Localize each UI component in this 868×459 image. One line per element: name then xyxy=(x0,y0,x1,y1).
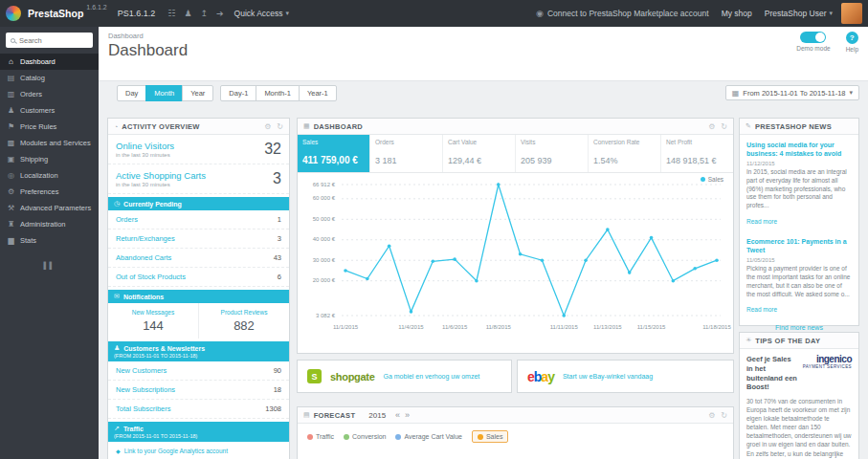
filter-month-button[interactable]: Month xyxy=(145,85,183,101)
dashboard-panel: ▦ DASHBOARD ⚙ ↻ Sales 411 759,00 € Order… xyxy=(297,118,734,354)
people-icon: ♟ xyxy=(114,344,120,352)
forecast-legend-sales[interactable]: Sales xyxy=(472,430,509,443)
panel-title: PRESTASHOP NEWS xyxy=(755,122,832,131)
product-reviews-cell[interactable]: Product Reviews 882 xyxy=(198,303,289,339)
abandoned-carts-link[interactable]: Abandoned Carts xyxy=(116,253,171,262)
metric-tab-conversion-rate[interactable]: Conversion Rate 1.54% xyxy=(589,135,661,172)
administration-icon: ♜ xyxy=(7,220,15,229)
sidebar-item-label: Shipping xyxy=(20,155,48,164)
shopgate-link[interactable]: Ga mobiel en verhoog uw omzet xyxy=(384,373,480,380)
filter-day-button[interactable]: Day xyxy=(117,85,146,101)
ebay-module-ad: ebay Start uw eBay-winkel vandaag xyxy=(517,360,734,393)
read-more-link[interactable]: Read more xyxy=(746,218,777,225)
sidebar-item-orders[interactable]: ▥ Orders xyxy=(0,86,99,102)
metric-tab-net-profit[interactable]: Net Profit 148 918,51 € xyxy=(661,135,733,172)
sidebar-item-price-rules[interactable]: ⚑ Price Rules xyxy=(0,119,99,135)
news-panel-icon: ✎ xyxy=(746,122,751,130)
returns-value: 3 xyxy=(278,234,281,243)
sidebar-item-shipping[interactable]: ▣ Shipping xyxy=(0,151,99,167)
shop-name[interactable]: PS1.6.1.2 xyxy=(118,9,156,18)
sidebar-item-preferences[interactable]: ⚙ Preferences xyxy=(0,184,99,200)
sidebar-item-dashboard[interactable]: ⌂ Dashboard xyxy=(0,54,99,70)
new-subscriptions-link[interactable]: New Subscriptions xyxy=(116,385,175,394)
help-icon[interactable]: ? xyxy=(846,32,858,44)
sidebar-item-catalog[interactable]: ▤ Catalog xyxy=(0,70,99,86)
forecast-year-select[interactable]: 2015 xyxy=(368,411,386,420)
user-menu[interactable]: PrestaShop User ▾ xyxy=(765,9,833,18)
refresh-icon[interactable]: ↻ xyxy=(721,411,727,420)
filter-year-1-button[interactable]: Year-1 xyxy=(299,85,337,101)
refresh-icon[interactable]: ↻ xyxy=(277,122,283,131)
next-year-button[interactable]: » xyxy=(405,410,410,420)
filter-month-1-button[interactable]: Month-1 xyxy=(256,85,300,101)
ebay-link[interactable]: Start uw eBay-winkel vandaag xyxy=(563,373,653,380)
upload-icon[interactable]: ↥ xyxy=(200,9,208,18)
sidebar-item-advanced-parameters[interactable]: ⚒ Advanced Parameters xyxy=(0,200,99,216)
period-button-group: Day Month Year xyxy=(117,85,213,101)
date-filter-buttons: Day Month Year Day-1 Month-1 Year-1 xyxy=(117,85,337,101)
sidebar-item-customers[interactable]: ♟ Customers xyxy=(0,102,99,119)
forecast-legend-conversion[interactable]: Conversion xyxy=(344,433,386,440)
panel-header: ▤ FORECAST 2015 « » ⚙ ↻ xyxy=(298,407,733,424)
legend-label: Sales xyxy=(486,433,503,440)
new-messages-cell[interactable]: New Messages 144 xyxy=(108,303,198,339)
news-article-title[interactable]: Using social media for your business: 4 … xyxy=(746,141,852,158)
returns-link[interactable]: Return/Exchanges xyxy=(116,234,175,243)
customer-icon[interactable]: ♟ xyxy=(184,9,191,18)
metric-tab-cart-value[interactable]: Cart Value 129,44 € xyxy=(443,135,516,172)
store-icon[interactable]: ☷ xyxy=(167,9,175,18)
out-of-stock-value: 6 xyxy=(278,273,281,281)
online-visitors-link[interactable]: Online Visitors xyxy=(116,141,264,151)
page-header: Dashboard Dashboard Demo mode ? Help xyxy=(99,27,868,81)
active-carts-value: 3 xyxy=(273,170,281,187)
demo-mode-toggle[interactable] xyxy=(800,32,826,43)
metric-value: 129,44 € xyxy=(448,156,510,168)
sidebar-item-localization[interactable]: ◎ Localization xyxy=(0,167,99,184)
active-carts-link[interactable]: Active Shopping Carts xyxy=(116,170,273,181)
localization-icon: ◎ xyxy=(7,171,15,180)
refresh-icon[interactable]: ↻ xyxy=(721,122,727,131)
main-content: Dashboard Dashboard Demo mode ? Help Day… xyxy=(99,27,868,459)
forecast-legend-average-cart-value[interactable]: Average Cart Value xyxy=(395,433,461,440)
sidebar-item-stats[interactable]: ▆ Stats xyxy=(0,232,99,249)
previous-year-button[interactable]: « xyxy=(395,410,400,420)
conversion-dot xyxy=(344,434,349,440)
total-subscribers-link[interactable]: Total Subscribers xyxy=(116,404,171,413)
sidebar-search[interactable] xyxy=(6,33,93,48)
search-input[interactable] xyxy=(19,36,88,45)
section-date-range: (FROM 2015-11-01 TO 2015-11-18) xyxy=(114,353,283,359)
pending-orders-link[interactable]: Orders xyxy=(116,215,138,224)
quick-access-menu[interactable]: Quick Access ▾ xyxy=(234,9,290,18)
tip-headline: Geef je Sales in het buitenland een Boos… xyxy=(746,355,798,392)
gear-icon[interactable]: ⚙ xyxy=(708,411,715,420)
metric-tab-visits[interactable]: Visits 205 939 xyxy=(516,135,589,172)
rocket-icon[interactable]: ➔ xyxy=(216,9,224,18)
new-customers-link[interactable]: New Customers xyxy=(116,366,167,375)
online-visitors-value: 32 xyxy=(264,141,281,158)
marketplace-link[interactable]: ◉ Connect to PrestaShop Marketplace acco… xyxy=(536,9,709,18)
sidebar-item-modules[interactable]: ▩ Modules and Services xyxy=(0,135,99,151)
forecast-legend-traffic[interactable]: Traffic xyxy=(307,433,334,440)
legend-label: Conversion xyxy=(352,433,386,440)
read-more-link[interactable]: Read more xyxy=(746,306,777,313)
filter-day-1-button[interactable]: Day-1 xyxy=(220,85,256,101)
news-article-title[interactable]: Ecommerce 101: Payments in a Tweet xyxy=(746,237,852,254)
metric-tab-sales[interactable]: Sales 411 759,00 € xyxy=(298,135,370,172)
user-avatar[interactable] xyxy=(841,3,862,24)
new-customers-value: 90 xyxy=(274,366,281,375)
date-range-picker[interactable]: ▦ From 2015-11-01 To 2015-11-18 ▾ xyxy=(725,85,859,100)
new-customers-row: New Customers 90 xyxy=(108,361,289,381)
customers-icon: ♟ xyxy=(7,106,15,115)
gear-icon[interactable]: ⚙ xyxy=(264,122,271,131)
gear-icon[interactable]: ⚙ xyxy=(708,122,715,131)
sidebar-collapse-button[interactable]: ▌▌ xyxy=(0,262,99,269)
metric-tab-orders[interactable]: Orders 3 181 xyxy=(370,135,443,172)
pending-orders-row: Orders 1 xyxy=(108,210,289,230)
news-article: Ecommerce 101: Payments in a Tweet 11/05… xyxy=(740,231,858,319)
shopgate-wordmark: shopgate xyxy=(330,371,375,382)
google-analytics-link[interactable]: ◆ Link to your Google Analytics account xyxy=(108,442,289,459)
filter-year-button[interactable]: Year xyxy=(182,85,213,101)
my-shop-link[interactable]: My shop xyxy=(722,9,752,18)
sidebar-item-administration[interactable]: ♜ Administration xyxy=(0,216,99,232)
out-of-stock-link[interactable]: Out of Stock Products xyxy=(116,273,186,281)
